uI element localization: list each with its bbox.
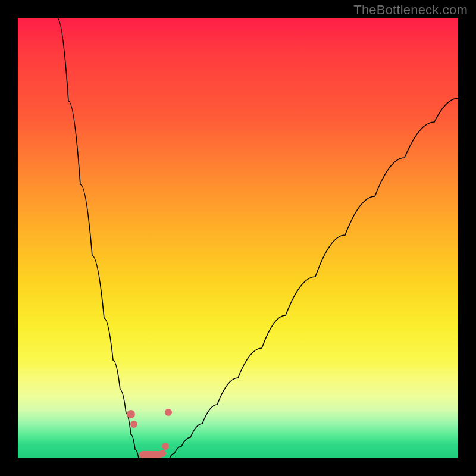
curve-right-branch (170, 98, 458, 458)
chart-frame: TheBottleneck.com (0, 0, 476, 476)
marker-point (127, 410, 135, 418)
curve-left-branch (57, 18, 139, 458)
marker-point (159, 450, 166, 457)
marker-point (162, 443, 169, 450)
marker-point (130, 421, 137, 428)
data-markers (127, 409, 172, 458)
plot-area (18, 18, 458, 458)
marker-point (165, 409, 172, 416)
curve-svg (18, 18, 458, 458)
watermark-text: TheBottleneck.com (353, 2, 468, 18)
